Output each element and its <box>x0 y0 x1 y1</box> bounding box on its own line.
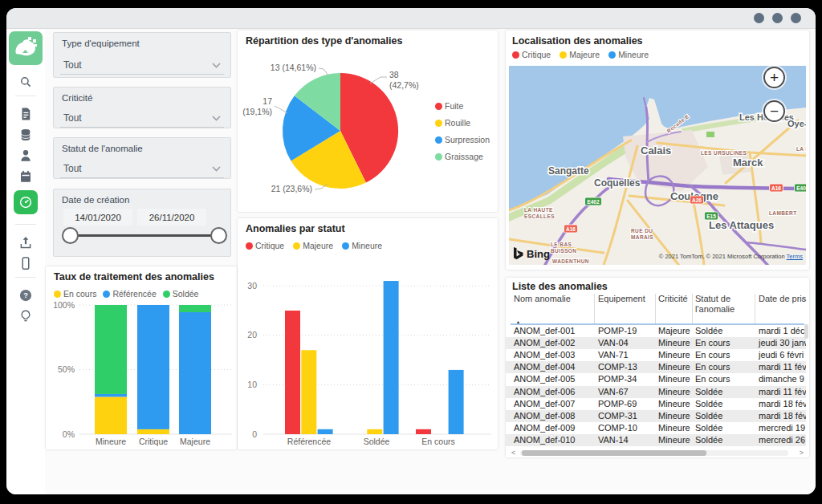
table-scroll-up-icon[interactable]: ∧ <box>800 295 806 303</box>
window-control-dot-2[interactable] <box>772 13 783 23</box>
date-slider-handle-end[interactable] <box>210 227 227 244</box>
map-district-label: LE BAS <box>551 242 572 247</box>
table-column-header-3[interactable]: Statut del'anomalie <box>695 294 755 315</box>
card-taux-traitement: Taux de traitement des anomalies En cour… <box>46 266 237 449</box>
sidebar-item-search[interactable] <box>18 75 33 89</box>
filter-value-dropdown[interactable]: Tout <box>60 109 224 128</box>
map-road-badge-label: E40 <box>796 185 806 191</box>
table-row-5[interactable]: ANOM_def-005POMP-34MineureEn coursdimanc… <box>506 373 806 385</box>
table-cell: mercredi 26 <box>759 435 805 445</box>
table-cell: mardi 18 fév <box>759 399 806 408</box>
bar-Mineure-Soldée[interactable] <box>384 281 399 434</box>
date-slider-track[interactable] <box>70 234 218 237</box>
table-cell: Soldée <box>695 411 722 421</box>
sidebar-item-help[interactable]: ? <box>18 288 33 303</box>
sidebar-item-calendar[interactable] <box>18 169 33 184</box>
bar-Majeure-Référencée[interactable] <box>301 350 316 434</box>
sidebar-item-lightbulb[interactable] <box>18 309 33 323</box>
table-row-9[interactable]: ANOM_def-009COMP-10MineureSoldéemercredi… <box>506 422 806 434</box>
table-scroll-down-icon[interactable]: ∨ <box>800 438 806 445</box>
map-legend-item-0[interactable]: Critique <box>512 50 551 59</box>
map-district-label: LA BE <box>796 146 806 152</box>
sidebar-item-database[interactable] <box>18 128 33 142</box>
table-cell: Soldée <box>695 399 722 408</box>
legend-dot <box>246 242 253 250</box>
y-axis-tick: 50% <box>58 364 75 374</box>
table-row-3[interactable]: ANOM_def-003VAN-71MineureEn coursjeudi 6… <box>506 349 806 361</box>
bar-Critique-En cours[interactable] <box>416 429 431 434</box>
sidebar-item-document[interactable] <box>18 107 33 121</box>
table-hscroll-right-icon[interactable]: > <box>800 449 804 457</box>
taux-legend-item-2[interactable]: Soldée <box>163 289 199 299</box>
pie-legend-item-3[interactable]: Graissage <box>435 152 490 161</box>
pie-legend-item-0[interactable]: Fuite <box>435 101 490 111</box>
stack-En cours-Critique[interactable] <box>137 429 169 434</box>
table-row-1[interactable]: ANOM_def-001POMP-19MajeureSoldéemardi 1 … <box>506 325 806 337</box>
table-hscroll-track[interactable] <box>520 450 788 456</box>
date-end-input[interactable]: 26/11/2020 <box>137 209 206 226</box>
pie-legend-item-1[interactable]: Rouille <box>435 118 490 128</box>
window-control-dot-1[interactable] <box>754 13 764 23</box>
map-terms-link[interactable]: Terms <box>787 253 803 260</box>
stack-En cours-Mineure[interactable] <box>95 396 127 434</box>
card-liste-anomalies: Liste des anomalies Nom anomalie▲Equipem… <box>506 278 809 457</box>
filter-value-dropdown[interactable]: Tout <box>60 160 224 178</box>
table-cell: COMP-10 <box>598 423 637 433</box>
table-row-8[interactable]: ANOM_def-008COMP-31MineureSoldéemardi 18… <box>506 410 806 422</box>
sidebar-item-gauge-active[interactable] <box>14 190 38 214</box>
table-column-header-4[interactable]: Date de pris <box>759 294 807 304</box>
stack-Soldée-Mineure[interactable] <box>95 305 127 394</box>
taux-legend-item-0[interactable]: En cours <box>54 289 96 299</box>
table-hscroll-thumb[interactable] <box>522 450 706 456</box>
x-axis-label: Référencée <box>287 437 331 446</box>
bar-Mineure-Référencée[interactable] <box>318 429 333 434</box>
bar-Mineure-En cours[interactable] <box>449 370 464 434</box>
table-column-header-0[interactable]: Nom anomalie▲ <box>514 294 594 304</box>
table-cell: ANOM_def-001 <box>514 326 575 335</box>
legend-label: Surpression <box>445 135 490 144</box>
stack-Référencée-Majeure[interactable] <box>179 312 211 434</box>
y-axis-tick: 10 <box>247 380 257 389</box>
pie-legend-item-2[interactable]: Surpression <box>435 135 490 144</box>
bars-legend-item-2[interactable]: Mineure <box>342 241 382 250</box>
bar-Majeure-Soldée[interactable] <box>367 429 382 434</box>
table-cell: ANOM_def-002 <box>514 338 575 348</box>
bar-Critique-Référencée[interactable] <box>285 311 300 434</box>
stack-Référencée-Critique[interactable] <box>137 305 169 429</box>
map-zoom-out-button[interactable]: − <box>763 100 785 122</box>
filter-dropdown-2: Statut de l'anomalieTout <box>53 137 231 179</box>
table-row-10[interactable]: ANOM_def-010VAN-14MineureSoldéemercredi … <box>506 434 806 446</box>
filter-value-dropdown[interactable]: Tout <box>60 56 224 75</box>
bars-legend-item-1[interactable]: Majeure <box>293 241 333 250</box>
window-control-dot-3[interactable] <box>791 13 801 23</box>
table-row-2[interactable]: ANOM_def-002VAN-04MineureEn coursjeudi 3… <box>506 337 806 349</box>
bars-legend-item-0[interactable]: Critique <box>246 241 284 250</box>
map-canvas[interactable]: Les HemmesOye-CalaisMarckSangatteCoquell… <box>509 66 806 265</box>
pie-legend: FuiteRouilleSurpressionGraissage <box>435 101 490 161</box>
table-hscroll-left-icon[interactable]: < <box>511 449 515 457</box>
window-titlebar <box>6 8 816 29</box>
table-row-7[interactable]: ANOM_def-007POMP-69MineureSoldéemardi 18… <box>506 398 806 410</box>
table-row-4[interactable]: ANOM_def-004COMP-13MineureEn coursmardi … <box>506 361 806 373</box>
stack-Référencée-Mineure[interactable] <box>95 394 127 397</box>
legend-label: Soldée <box>173 289 199 299</box>
table-column-header-1[interactable]: Equipement <box>598 294 654 304</box>
table-row-6[interactable]: ANOM_def-006VAN-67MineureSoldéemardi 11 … <box>506 386 806 398</box>
map-zoom-in-button[interactable]: + <box>763 67 785 88</box>
taux-legend-item-1[interactable]: Référencée <box>103 289 156 299</box>
map-legend-item-1[interactable]: Majeure <box>560 50 600 59</box>
date-start-input[interactable]: 14/01/2020 <box>63 209 132 226</box>
table-vscroll-thumb[interactable] <box>804 324 808 339</box>
sidebar-item-mobile[interactable] <box>18 256 33 270</box>
table-cell: En cours <box>695 350 730 360</box>
taux-chart[interactable]: 0%50%100%MineureCritiqueMajeure <box>46 302 237 449</box>
sidebar-item-upload[interactable] <box>18 235 33 250</box>
table-column-header-2[interactable]: Criticité <box>658 294 692 304</box>
bars-chart[interactable]: 0102030RéférencéeSoldéeEn cours <box>238 254 498 449</box>
app-logo[interactable] <box>9 31 43 65</box>
map-legend-item-2[interactable]: Mineure <box>608 50 649 59</box>
table-cell: mardi 11 fév <box>759 387 806 396</box>
stack-Soldée-Majeure[interactable] <box>179 305 211 312</box>
sidebar-item-user[interactable] <box>18 148 33 163</box>
date-slider-handle-start[interactable] <box>62 227 79 244</box>
